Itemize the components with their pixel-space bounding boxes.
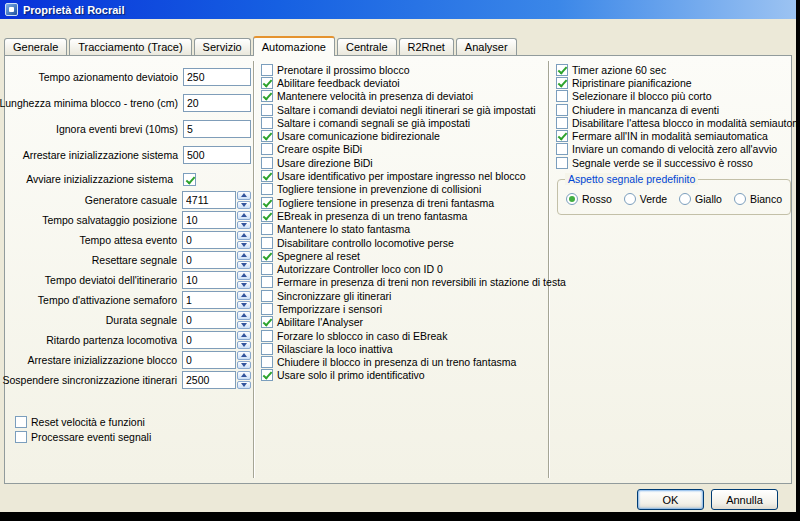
checkbox-row[interactable]: Usare solo il primo identificativo: [261, 369, 547, 382]
spinner-control[interactable]: [237, 191, 251, 209]
radio-option[interactable]: Bianco: [734, 193, 782, 205]
checkbox-row[interactable]: Reset velocità e funzioni: [15, 414, 251, 429]
spinner-up-icon[interactable]: [237, 191, 251, 200]
checkbox[interactable]: [261, 77, 273, 89]
tab[interactable]: Analyser: [456, 38, 517, 55]
checkbox[interactable]: [556, 64, 568, 76]
spinner-control[interactable]: [237, 251, 251, 269]
numeric-field-input[interactable]: [183, 94, 251, 112]
checkbox-row[interactable]: Inviare un comando di velocità zero all'…: [556, 143, 794, 156]
spinner-up-icon[interactable]: [237, 291, 251, 300]
checkbox-row[interactable]: Chiudere in mancanza di eventi: [556, 103, 794, 116]
spinner-control[interactable]: [237, 211, 251, 229]
checkbox[interactable]: [261, 223, 273, 235]
checkbox[interactable]: [261, 250, 273, 262]
checkbox-row[interactable]: EBreak in presenza di un treno fantasma: [261, 209, 547, 222]
numeric-field-input[interactable]: [183, 68, 251, 86]
spinner-up-icon[interactable]: [237, 211, 251, 220]
checkbox-row[interactable]: Mantenere lo stato fantasma: [261, 223, 547, 236]
checkbox[interactable]: [15, 431, 27, 443]
checkbox[interactable]: [556, 104, 568, 116]
checkbox[interactable]: [261, 117, 273, 129]
checkbox[interactable]: [261, 356, 273, 368]
checkbox-row[interactable]: Creare ospite BiDi: [261, 143, 547, 156]
spinner-up-icon[interactable]: [237, 251, 251, 260]
spinner-up-icon[interactable]: [237, 311, 251, 320]
spinner-control[interactable]: [237, 351, 251, 369]
tab[interactable]: Generale: [4, 38, 67, 55]
checkbox[interactable]: [261, 369, 273, 381]
checkbox[interactable]: [261, 290, 273, 302]
checkbox-row[interactable]: Autorizzare Controller loco con ID 0: [261, 262, 547, 275]
cancel-button[interactable]: Annulla: [711, 489, 778, 510]
spinner-field-input[interactable]: [182, 371, 236, 389]
checkbox-row[interactable]: Processare eventi segnali: [15, 429, 251, 444]
spinner-control[interactable]: [237, 231, 251, 249]
checkbox[interactable]: [15, 416, 27, 428]
tab[interactable]: Tracciamento (Trace): [69, 38, 191, 55]
checkbox-row[interactable]: Disabilitare controllo locomotive perse: [261, 236, 547, 249]
spinner-down-icon[interactable]: [237, 381, 251, 390]
numeric-field-input[interactable]: [183, 120, 251, 138]
checkbox-row[interactable]: Temporizzare i sensori: [261, 302, 547, 315]
tab[interactable]: Servizio: [194, 38, 251, 55]
checkbox-row[interactable]: Chiudere il blocco in presenza di un tre…: [261, 356, 547, 369]
checkbox-row[interactable]: Togliere tensione in prevenzione di coll…: [261, 183, 547, 196]
init-checkbox-row[interactable]: Avviare inizializzazione sistema: [11, 168, 251, 190]
checkbox-row[interactable]: Fermare all'IN in modalità semiautomatic…: [556, 129, 794, 142]
spinner-down-icon[interactable]: [237, 301, 251, 310]
checkbox[interactable]: [261, 143, 273, 155]
spinner-field-input[interactable]: [182, 271, 236, 289]
checkbox[interactable]: [261, 343, 273, 355]
spinner-field-input[interactable]: [182, 231, 236, 249]
checkbox-row[interactable]: Togliere tensione in presenza di treni f…: [261, 196, 547, 209]
radio-button[interactable]: [734, 193, 746, 205]
spinner-field-input[interactable]: [182, 311, 236, 329]
spinner-down-icon[interactable]: [237, 361, 251, 370]
checkbox-row[interactable]: Timer azione 60 sec: [556, 63, 794, 76]
numeric-field-input[interactable]: [183, 146, 251, 164]
checkbox[interactable]: [261, 64, 273, 76]
ok-button[interactable]: OK: [637, 489, 704, 510]
spinner-up-icon[interactable]: [237, 271, 251, 280]
checkbox[interactable]: [261, 303, 273, 315]
spinner-field-input[interactable]: [182, 211, 236, 229]
checkbox[interactable]: [556, 77, 568, 89]
checkbox[interactable]: [261, 316, 273, 328]
checkbox[interactable]: [261, 104, 273, 116]
spinner-field-input[interactable]: [182, 191, 236, 209]
spinner-field-input[interactable]: [182, 351, 236, 369]
spinner-control[interactable]: [237, 331, 251, 349]
spinner-control[interactable]: [237, 271, 251, 289]
checkbox-row[interactable]: Usare direzione BiDi: [261, 156, 547, 169]
spinner-up-icon[interactable]: [237, 351, 251, 360]
checkbox[interactable]: [261, 170, 273, 182]
checkbox-row[interactable]: Ripristinare pianificazione: [556, 76, 794, 89]
radio-button[interactable]: [566, 193, 578, 205]
checkbox[interactable]: [261, 90, 273, 102]
checkbox-row[interactable]: Disabilitare l'attesa blocco in modalità…: [556, 116, 794, 129]
radio-option[interactable]: Verde: [624, 193, 667, 205]
checkbox-row[interactable]: Abilitare l'Analyser: [261, 316, 547, 329]
checkbox[interactable]: [556, 90, 568, 102]
checkbox-row[interactable]: Prenotare il prossimo blocco: [261, 63, 547, 76]
spinner-down-icon[interactable]: [237, 321, 251, 330]
checkbox[interactable]: [261, 237, 273, 249]
spinner-up-icon[interactable]: [237, 371, 251, 380]
spinner-down-icon[interactable]: [237, 261, 251, 270]
checkbox[interactable]: [261, 210, 273, 222]
checkbox-row[interactable]: Saltare i comandi deviatoi negli itinera…: [261, 103, 547, 116]
checkbox-row[interactable]: Segnale verde se il successivo è rosso: [556, 156, 794, 169]
spinner-down-icon[interactable]: [237, 221, 251, 230]
checkbox[interactable]: [261, 276, 273, 288]
checkbox-row[interactable]: Spegnere al reset: [261, 249, 547, 262]
tab[interactable]: Automazione: [253, 36, 335, 56]
checkbox-row[interactable]: Abilitare feedback deviatoi: [261, 76, 547, 89]
spinner-control[interactable]: [237, 311, 251, 329]
spinner-up-icon[interactable]: [237, 231, 251, 240]
checkbox-row[interactable]: Usare comunicazione bidirezionale: [261, 129, 547, 142]
checkbox-row[interactable]: Sincronizzare gli itinerari: [261, 289, 547, 302]
tab[interactable]: R2Rnet: [399, 38, 454, 55]
spinner-field-input[interactable]: [182, 291, 236, 309]
checkbox[interactable]: [556, 117, 568, 129]
